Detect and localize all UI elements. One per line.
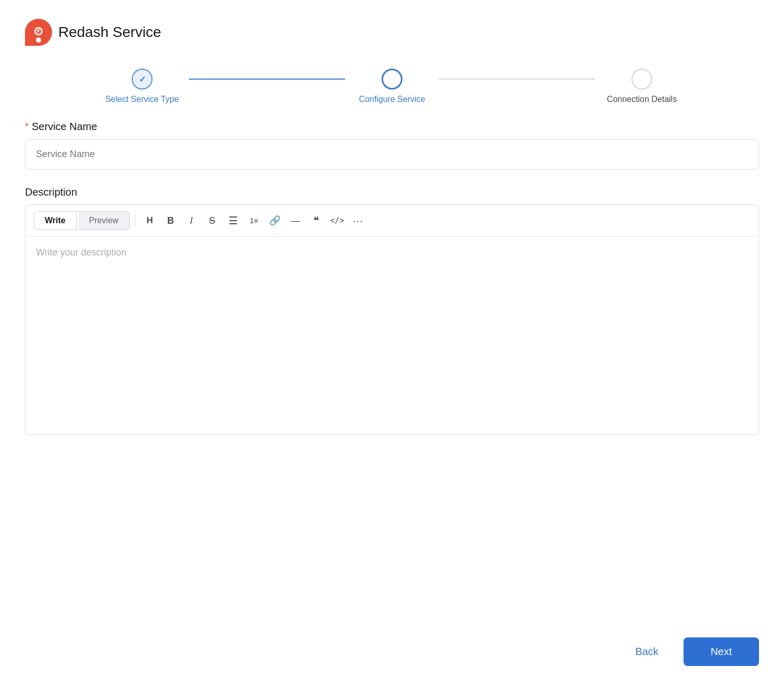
step-3: Connection Details — [595, 69, 689, 104]
next-button[interactable]: Next — [684, 637, 759, 666]
service-name-input[interactable] — [25, 139, 759, 170]
more-icon: ··· — [353, 215, 363, 227]
header: Redash Service — [0, 0, 784, 58]
unordered-list-icon: ☰ — [229, 214, 238, 227]
step-1-circle: ✓ — [132, 69, 153, 89]
step-2-label: Configure Service — [359, 95, 425, 104]
service-name-section: * Service Name — [25, 121, 759, 170]
app-title: Redash Service — [58, 24, 161, 41]
toolbar-divider-1 — [135, 214, 135, 227]
heading-icon: H — [146, 215, 153, 226]
italic-button[interactable]: I — [182, 211, 201, 230]
code-button[interactable]: </> — [328, 211, 347, 230]
svg-rect-2 — [37, 30, 40, 31]
code-icon: </> — [330, 216, 344, 225]
svg-rect-3 — [37, 31, 39, 32]
ordered-list-button[interactable]: 1≡ — [245, 211, 263, 230]
link-icon: 🔗 — [269, 215, 281, 226]
hr-icon: — — [291, 215, 300, 226]
strikethrough-button[interactable]: S — [203, 211, 222, 230]
step-1-label: Select Service Type — [105, 95, 179, 104]
description-section: Description Write Preview H B I S — [25, 186, 759, 435]
step-2-icon — [388, 75, 396, 83]
stepper: ✓ Select Service Type Configure Service … — [0, 58, 784, 121]
service-name-label: * Service Name — [25, 121, 759, 133]
heading-button[interactable]: H — [141, 211, 159, 230]
stepper-line-2 — [439, 79, 595, 80]
back-button[interactable]: Back — [623, 638, 671, 665]
tab-preview[interactable]: Preview — [79, 211, 130, 230]
app-logo — [25, 19, 52, 46]
more-button[interactable]: ··· — [349, 211, 368, 230]
main-content: * Service Name Description Write Preview… — [0, 121, 784, 621]
stepper-line-1 — [189, 79, 345, 80]
hr-button[interactable]: — — [286, 211, 305, 230]
step-2: Configure Service — [345, 69, 439, 104]
ordered-list-icon: 1≡ — [250, 216, 258, 225]
editor-toolbar: Write Preview H B I S ☰ — [26, 205, 758, 237]
step-3-circle — [631, 69, 652, 89]
quote-button[interactable]: ❝ — [307, 211, 326, 230]
strikethrough-icon: S — [209, 215, 216, 226]
tab-write[interactable]: Write — [34, 211, 77, 230]
required-star: * — [25, 121, 29, 132]
description-editor: Write Preview H B I S ☰ — [25, 204, 759, 435]
step-2-circle — [382, 69, 402, 89]
unordered-list-button[interactable]: ☰ — [224, 211, 243, 230]
step-3-label: Connection Details — [607, 95, 677, 104]
bold-button[interactable]: B — [161, 211, 180, 230]
description-label: Description — [25, 186, 759, 198]
bold-icon: B — [167, 215, 174, 226]
italic-icon: I — [190, 215, 193, 226]
editor-body[interactable]: Write your description — [26, 237, 758, 434]
link-button[interactable]: 🔗 — [265, 211, 284, 230]
quote-icon: ❝ — [313, 214, 319, 227]
editor-placeholder: Write your description — [36, 247, 127, 258]
step-1: ✓ Select Service Type — [95, 69, 189, 104]
footer-actions: Back Next — [0, 621, 784, 691]
